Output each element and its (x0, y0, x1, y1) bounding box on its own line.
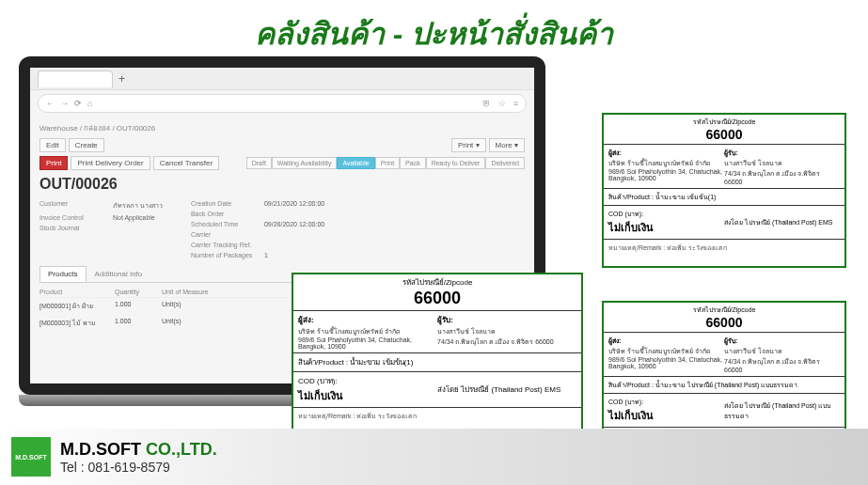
field-label: Carrier Tracking Ref. (191, 242, 257, 248)
zipcode-label: รหัสไปรษณีย์/Zipcode (606, 305, 843, 315)
cell-qty: 1.000 (115, 301, 162, 311)
receiver-heading: ผู้รับ: (437, 316, 453, 324)
field-label: Scheduled Time (191, 221, 257, 227)
remark-value: ห่อเพิ่ม ระวังของแตก (356, 413, 417, 419)
zipcode-label: รหัสไปรษณีย์/Zipcode (295, 276, 579, 289)
company-name: M.D.SOFT CO.,LTD. (60, 440, 217, 460)
field-value: 1 (264, 252, 268, 258)
cancel-transfer-button[interactable]: Cancel Transfer (153, 156, 219, 170)
product-value: น้ำมะขาม ไปรษณีย์ (Thailand Post) แบบธรร… (655, 380, 797, 390)
company-logo: M.D.SOFT (11, 437, 51, 477)
field-label: Back Order (191, 211, 257, 217)
cell-uom: Unit(s) (162, 318, 218, 328)
sender-address: บริษัท ร้านขี้โกงสมบูรณ์ทรัพย์ จำกัด 989… (608, 346, 724, 369)
field-label: Invoice Control (39, 214, 105, 221)
more-dropdown[interactable]: More ▾ (489, 138, 525, 152)
product-heading: สินค้า/Product : (608, 192, 654, 202)
field-value: Not Applicable (113, 214, 155, 221)
th-uom: Unit of Measure (162, 289, 218, 295)
action-row: Print Print Delivery Order Cancel Transf… (39, 156, 525, 170)
cell-qty: 1.000 (115, 318, 162, 328)
status-step[interactable]: Print (375, 157, 400, 169)
field-label: Stock Journal (39, 225, 105, 231)
tab-additional[interactable]: Additional Info (87, 266, 151, 282)
menu-icon[interactable]: ≡ (513, 99, 518, 108)
status-step[interactable]: Pack (400, 157, 426, 169)
field-value: 09/28/2020 12:00:00 (264, 221, 324, 227)
receiver-address: นางสาวีนซ์ โจลนาค 74/34 ถ.พิษณุโลก ต.เมื… (437, 326, 576, 347)
cod-heading: COD (บาท): (608, 209, 724, 219)
cell-uom: Unit(s) (162, 301, 218, 311)
remark-heading: หมายเหตุ/Remark : (298, 413, 355, 419)
sender-heading: ผู้ส่ง: (608, 149, 621, 156)
field-value: ภัทรลภา นางสาว (113, 200, 163, 211)
zipcode-value: 66000 (606, 127, 843, 142)
print-button[interactable]: Print (39, 156, 68, 170)
sender-heading: ผู้ส่ง: (608, 337, 621, 344)
status-pipeline: DraftWaiting AvailabilityAvailablePrintP… (246, 157, 525, 169)
footer: M.D.SOFT M.D.SOFT CO.,LTD. Tel : 081-619… (0, 429, 868, 485)
order-number: OUT/00026 (39, 176, 525, 193)
field-label: Creation Date (191, 200, 257, 207)
breadcrumb[interactable]: Warehouse / กล่อง84 / OUT/00026 (39, 122, 525, 134)
new-tab-icon[interactable]: + (118, 72, 125, 86)
product-value: น้ำมะขาม เข้มข้น(1) (655, 192, 717, 202)
cod-value: ไม่เก็บเงิน (298, 387, 437, 404)
print-dropdown[interactable]: Print ▾ (451, 138, 486, 152)
field-value: 09/21/2020 12:00:00 (264, 200, 324, 207)
receiver-address: นางสาวีนซ์ โจลนาค 74/34 ถ.พิษณุโลก ต.เมื… (724, 346, 840, 373)
product-heading: สินค้า/Product : (298, 356, 348, 368)
status-step[interactable]: Ready to Deliver (426, 157, 486, 169)
status-step[interactable]: Waiting Availability (272, 157, 338, 169)
home-icon[interactable]: ⌂ (87, 99, 92, 108)
cell-product: [M000001] ผ้า ฝ้าย (39, 301, 115, 311)
zipcode-value: 66000 (295, 289, 579, 308)
star-icon[interactable]: ☆ (498, 99, 506, 108)
th-qty: Quantity (115, 289, 162, 295)
create-button[interactable]: Create (69, 138, 104, 152)
sender-address: บริษัท ร้านขี้โกงสมบูรณ์ทรัพย์ จำกัด 989… (608, 158, 724, 181)
company-tel: Tel : 081-619-8579 (60, 460, 217, 475)
zipcode-value: 66000 (606, 315, 843, 330)
url-bar[interactable]: ← → ⟳ ⌂ ⛨ ☆ ≡ (38, 94, 527, 113)
remark-heading: หมายเหตุ/Remark : (608, 244, 665, 251)
status-step[interactable]: Delivered (485, 157, 525, 169)
tab-products[interactable]: Products (39, 266, 87, 282)
shipping-method: ส่งโดย ไปรษณีย์ (Thailand Post) EMS (437, 383, 576, 396)
product-heading: สินค้า/Product : (608, 380, 654, 390)
product-value: น้ำมะขาม เข้มข้น(1) (350, 356, 413, 368)
shipping-method: ส่งโดย ไปรษณีย์ (Thailand Post) EMS (724, 217, 840, 227)
receiver-heading: ผู้รับ: (724, 337, 737, 344)
receiver-heading: ผู้รับ: (724, 149, 737, 156)
sender-address: บริษัท ร้านขี้โกงสมบูรณ์ทรัพย์ จำกัด 989… (298, 326, 437, 350)
remark-value: ห่อเพิ่ม ระวังของแตก (667, 244, 727, 251)
shipping-method: ส่งโดย ไปรษณีย์ (Thailand Post) แบบธรรมด… (724, 400, 840, 421)
browser-tab[interactable] (38, 70, 113, 87)
shipping-label-copy-1: รหัสไปรษณีย์/Zipcode 66000 ผู้ส่ง:บริษัท… (602, 113, 846, 268)
field-label: Carrier (191, 231, 257, 238)
cell-product: [M000003] ไม้ พาม (39, 318, 115, 328)
shield-icon[interactable]: ⛨ (482, 99, 491, 108)
cod-heading: COD (บาท): (608, 397, 724, 407)
forward-icon[interactable]: → (60, 99, 69, 108)
field-label: Number of Packages (191, 252, 257, 258)
back-icon[interactable]: ← (46, 99, 55, 108)
field-label: Customer (39, 200, 105, 211)
receiver-address: นางสาวีนซ์ โจลนาค 74/34 ถ.พิษณุโลก ต.เมื… (724, 158, 840, 185)
status-step[interactable]: Available (337, 157, 374, 169)
cod-value: ไม่เก็บเงิน (608, 219, 724, 236)
edit-button[interactable]: Edit (39, 138, 66, 152)
zipcode-label: รหัสไปรษณีย์/Zipcode (606, 117, 843, 127)
toolbar: Edit Create Print ▾ More ▾ (39, 138, 525, 152)
cod-value: ไม่เก็บเงิน (608, 407, 724, 424)
browser-tab-bar: + (30, 68, 534, 90)
sender-heading: ผู้ส่ง: (298, 316, 314, 324)
cod-heading: COD (บาท): (298, 375, 437, 387)
reload-icon[interactable]: ⟳ (74, 99, 82, 108)
th-product: Product (39, 289, 115, 295)
print-delivery-button[interactable]: Print Delivery Order (71, 156, 150, 170)
status-step[interactable]: Draft (246, 157, 272, 169)
order-fields: Customerภัทรลภา นางสาวInvoice ControlNot… (39, 200, 525, 258)
